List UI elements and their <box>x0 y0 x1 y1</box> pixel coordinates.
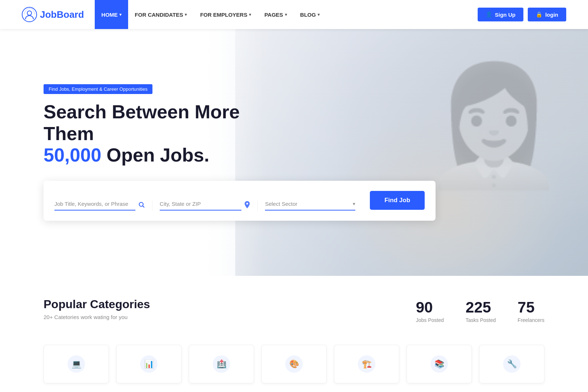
chevron-down-icon: ▾ <box>285 12 287 17</box>
navbar: JobBoard HOME ▾ FOR CANDIDATES ▾ FOR EMP… <box>0 0 588 29</box>
hero-background-image <box>235 29 588 276</box>
category-icon: 🏥 <box>213 355 230 373</box>
chevron-down-icon: ▾ <box>119 12 122 17</box>
stats-col: 90 Jobs Posted 225 Tasks Posted 75 Freel… <box>416 298 544 323</box>
location-icon <box>244 201 250 210</box>
category-icon: 🔧 <box>503 355 520 373</box>
hero-section: Find Jobs, Employment & Career Opportuni… <box>0 29 588 276</box>
svg-point-2 <box>22 7 37 22</box>
stat-freelancers-label: Freelancers <box>518 317 544 323</box>
find-job-button[interactable]: Find Job <box>370 191 425 210</box>
keyword-field <box>54 201 152 211</box>
chevron-down-icon: ▾ <box>353 201 355 207</box>
category-card[interactable]: 📚 <box>407 345 472 383</box>
category-icon: 🎨 <box>285 355 303 373</box>
category-icon: 📚 <box>430 355 448 373</box>
keyword-input[interactable] <box>54 201 135 211</box>
stat-tasks-label: Tasks Posted <box>466 317 496 323</box>
categories-subtitle: 20+ Catetories work wating for you <box>44 314 416 320</box>
categories-col: Popular Categories 20+ Catetories work w… <box>44 298 416 320</box>
chevron-down-icon: ▾ <box>318 12 320 17</box>
hero-highlight: 50,000 <box>44 144 101 166</box>
hero-content: Find Jobs, Employment & Career Opportuni… <box>0 84 254 221</box>
nav-actions: 👤 Sign Up 🔒 login <box>478 8 567 21</box>
location-input[interactable] <box>160 201 241 211</box>
login-button[interactable]: 🔒 login <box>528 8 566 21</box>
hero-title: Search Between More Them 50,000 Open Job… <box>44 101 254 166</box>
search-icon <box>138 201 145 210</box>
search-box: Select Sector ▾ Find Job <box>44 181 436 221</box>
nav-item-home[interactable]: HOME ▾ <box>95 0 128 29</box>
category-icon: 💻 <box>68 355 85 373</box>
category-card[interactable]: 🏥 <box>189 345 254 383</box>
nav-item-employers[interactable]: FOR EMPLOYERS ▾ <box>193 0 258 29</box>
stat-tasks-posted: 225 Tasks Posted <box>466 299 496 323</box>
logo-icon <box>22 7 37 22</box>
chevron-down-icon: ▾ <box>185 12 187 17</box>
stat-freelancers-number: 75 <box>518 299 535 316</box>
nav-links: HOME ▾ FOR CANDIDATES ▾ FOR EMPLOYERS ▾ … <box>95 0 477 29</box>
category-icon: 🏗️ <box>358 355 375 373</box>
svg-point-4 <box>246 203 248 205</box>
category-card[interactable]: 🔧 <box>479 345 544 383</box>
hero-badge: Find Jobs, Employment & Career Opportuni… <box>44 84 152 94</box>
signup-button[interactable]: 👤 Sign Up <box>478 8 524 21</box>
category-cards: 💻 📊 🏥 🎨 🏗️ 📚 🔧 <box>0 338 588 391</box>
category-card[interactable]: 🎨 <box>261 345 327 383</box>
sector-placeholder: Select Sector <box>265 201 297 207</box>
stat-jobs-number: 90 <box>416 299 433 316</box>
category-card[interactable]: 📊 <box>116 345 181 383</box>
stat-jobs-posted: 90 Jobs Posted <box>416 299 444 323</box>
sector-field: Select Sector ▾ <box>258 201 363 211</box>
stat-tasks-number: 225 <box>466 299 491 316</box>
stat-freelancers: 75 Freelancers <box>518 299 544 323</box>
svg-point-1 <box>27 11 32 15</box>
lock-icon: 🔒 <box>536 11 543 18</box>
categories-title: Popular Categories <box>44 298 416 311</box>
nav-item-blog[interactable]: BLOG ▾ <box>294 0 326 29</box>
user-icon: 👤 <box>486 11 493 18</box>
nav-item-pages[interactable]: PAGES ▾ <box>258 0 293 29</box>
chevron-down-icon: ▾ <box>249 12 251 17</box>
category-card[interactable]: 🏗️ <box>334 345 399 383</box>
location-field <box>152 201 258 211</box>
nav-item-candidates[interactable]: FOR CANDIDATES ▾ <box>128 0 193 29</box>
stat-jobs-label: Jobs Posted <box>416 317 444 323</box>
sector-select[interactable]: Select Sector ▾ <box>265 201 355 211</box>
logo-text: JobBoard <box>40 9 84 20</box>
category-icon: 📊 <box>140 355 158 373</box>
logo-link[interactable]: JobBoard <box>22 7 84 22</box>
category-card[interactable]: 💻 <box>44 345 109 383</box>
bottom-section: Popular Categories 20+ Catetories work w… <box>0 276 588 338</box>
